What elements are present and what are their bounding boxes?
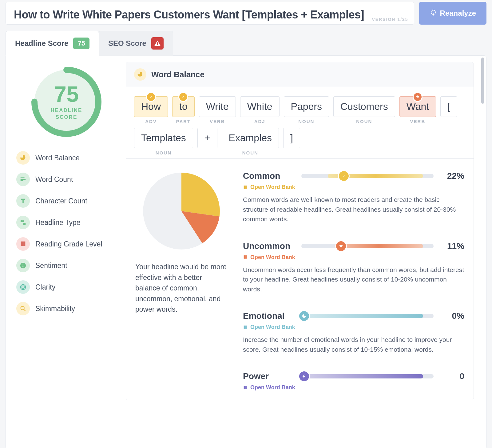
part-of-speech: ADV <box>145 119 157 124</box>
metric-bar <box>301 374 434 378</box>
word-cell: Customers NOUN <box>333 96 395 124</box>
sidebar-item-label: Reading Grade Level <box>35 240 102 248</box>
metric-description: Uncommon words occur less frequently tha… <box>243 265 464 294</box>
part-of-speech: VERB <box>410 119 426 124</box>
part-of-speech: NOUN <box>356 119 372 124</box>
target-icon <box>16 280 30 294</box>
bolt-icon <box>299 371 309 381</box>
sidebar-item-label: Character Count <box>35 197 87 205</box>
word-balance-pie-chart <box>141 171 221 251</box>
panel-title: Word Balance <box>151 70 204 79</box>
word-token: + <box>197 128 217 148</box>
metric-bar <box>301 314 434 318</box>
tab-label: Headline Score <box>15 39 68 48</box>
sidebar-item-reading-grade-level[interactable]: Reading Grade Level <box>16 237 117 251</box>
word-cell: ] <box>283 128 300 155</box>
word-token: Want <box>399 96 436 117</box>
book-icon <box>16 237 30 251</box>
tab-label: SEO Score <box>108 39 146 48</box>
metric-name: Common <box>243 171 295 181</box>
metric-uncommon: Uncommon 11% Open Word Bank Uncommon wor… <box>243 241 464 294</box>
open-word-bank-link[interactable]: Open Word Bank <box>243 184 464 190</box>
body: 75 HEADLINESCORE Word Balance Word Count… <box>6 55 486 448</box>
word-token: Customers <box>333 96 395 117</box>
word-cell: Templates NOUN <box>134 128 193 155</box>
sidebar-item-label: Skimmability <box>35 305 75 313</box>
word-cell: Examples NOUN <box>222 128 279 155</box>
sidebar-item-label: Clarity <box>35 283 55 291</box>
analysis-row: Your headline would be more effective wi… <box>126 159 474 400</box>
part-of-speech: VERB <box>210 119 225 124</box>
pie-column: Your headline would be more effective wi… <box>135 171 228 391</box>
check-icon <box>147 93 155 101</box>
metric-emotional: Emotional 0% Open Word Bank Increase the… <box>243 311 464 354</box>
shapes-icon <box>16 216 30 229</box>
score-label: HEADLINESCORE <box>51 107 82 121</box>
part-of-speech: NOUN <box>242 150 258 155</box>
sidebar-item-word-count[interactable]: Word Count <box>16 173 117 186</box>
metrics-column: Common 22% Open Word Bank Common words a… <box>243 171 464 391</box>
word-token: Examples <box>222 128 279 148</box>
metric-bar <box>301 174 434 178</box>
metric-bar <box>301 244 434 248</box>
metric-name: Uncommon <box>243 241 295 251</box>
sidebar-item-label: Sentiment <box>35 262 67 270</box>
version-label: VERSION 1/25 <box>372 17 408 22</box>
word-cell: to PART <box>172 96 195 124</box>
metric-name: Power <box>243 371 295 381</box>
headline-input-card[interactable]: How to Write White Papers Customers Want… <box>6 2 414 25</box>
sidebar-item-label: Word Balance <box>35 154 80 162</box>
word-balance-panel: Word Balance How ADV to PART Write VERB … <box>126 62 474 400</box>
moon-icon <box>299 311 309 321</box>
sidebar-item-label: Headline Type <box>35 218 81 227</box>
pie-icon <box>16 151 30 165</box>
open-word-bank-link[interactable]: Open Word Bank <box>243 384 464 391</box>
sidebar-item-character-count[interactable]: Character Count <box>16 194 117 208</box>
metric-name: Emotional <box>243 311 295 321</box>
word-token: to <box>172 96 195 117</box>
sidebar-item-headline-type[interactable]: Headline Type <box>16 216 117 229</box>
metric-value: 11% <box>440 241 464 251</box>
metric-description: Common words are well-known to most read… <box>243 195 464 224</box>
headline-score-ring: 75 HEADLINESCORE <box>30 65 103 139</box>
sidebar: 75 HEADLINESCORE Word Balance Word Count… <box>6 56 126 448</box>
word-token: White <box>240 96 280 117</box>
word-cell: [ <box>440 96 457 124</box>
sidebar-nav: Word Balance Word Count Character Count … <box>16 151 117 315</box>
word-cell: Write VERB <box>199 96 236 124</box>
word-cell: How ADV <box>134 96 168 124</box>
score-value: 75 <box>54 83 79 105</box>
panel-header: Word Balance <box>126 62 474 87</box>
main-panel: Word Balance How ADV to PART Write VERB … <box>126 56 486 448</box>
scrollbar[interactable] <box>481 58 484 104</box>
sidebar-item-word-balance[interactable]: Word Balance <box>16 151 117 165</box>
word-token: [ <box>440 96 457 117</box>
word-cell: Want VERB <box>399 96 436 124</box>
part-of-speech: PART <box>176 119 191 124</box>
check-icon <box>179 93 187 101</box>
metric-value: 22% <box>440 171 464 181</box>
sidebar-item-sentiment[interactable]: Sentiment <box>16 259 117 272</box>
metric-value: 0% <box>440 311 464 321</box>
sidebar-item-label: Word Count <box>35 175 73 184</box>
headline-score-badge: 75 <box>73 38 89 49</box>
reanalyze-button[interactable]: Reanalyze <box>419 2 486 25</box>
sidebar-item-skimmability[interactable]: Skimmability <box>16 302 117 315</box>
word-token: How <box>134 96 168 117</box>
metric-power: Power 0 Open Word Bank <box>243 371 464 391</box>
search-icon <box>16 302 30 315</box>
sidebar-item-clarity[interactable]: Clarity <box>16 280 117 294</box>
part-of-speech: ADJ <box>254 119 265 124</box>
tab-seo-score[interactable]: SEO Score <box>99 31 173 56</box>
alert-icon <box>151 37 164 50</box>
face-icon <box>16 259 30 272</box>
check-icon <box>339 171 349 181</box>
open-word-bank-link[interactable]: Open Word Bank <box>243 254 464 261</box>
align-icon <box>16 173 30 186</box>
headline-text: How to Write White Papers Customers Want… <box>14 8 406 21</box>
star-icon <box>414 93 422 101</box>
metric-description: Increase the number of emotional words i… <box>243 335 464 354</box>
open-word-bank-link[interactable]: Open Word Bank <box>243 324 464 330</box>
tab-headline-score[interactable]: Headline Score 75 <box>6 31 99 56</box>
header: How to Write White Papers Customers Want… <box>6 0 486 25</box>
